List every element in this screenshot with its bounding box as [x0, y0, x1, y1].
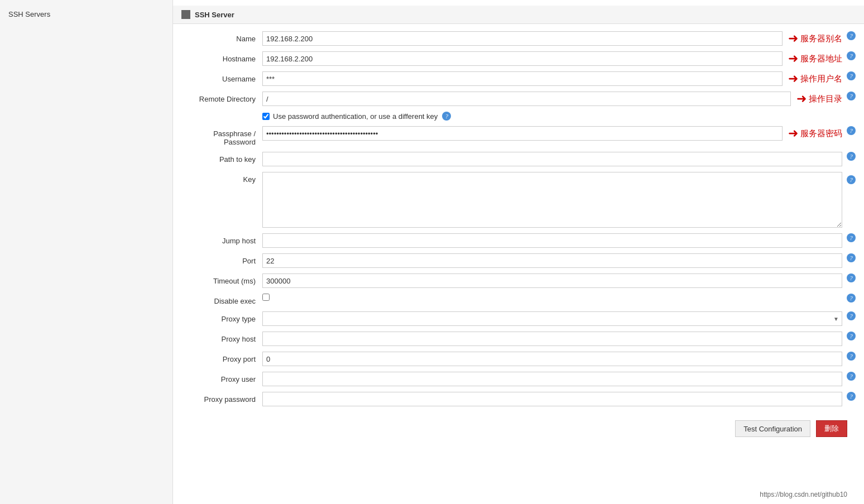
proxy-password-help-icon[interactable]: ? [847, 392, 856, 401]
disable-exec-help-icon[interactable]: ? [847, 294, 856, 303]
name-label: Name [181, 31, 262, 43]
proxy-type-select[interactable]: HTTP SOCKS4 SOCKS5 [262, 311, 842, 326]
hostname-label: Hostname [181, 51, 262, 63]
timeout-input[interactable] [262, 273, 842, 288]
test-config-button[interactable]: Test Configuration [735, 420, 810, 437]
port-field [262, 253, 842, 268]
hostname-input[interactable] [262, 51, 783, 66]
jump-host-row: Jump host ? [173, 231, 864, 251]
jump-host-input[interactable] [262, 233, 842, 248]
remote-dir-field [262, 92, 791, 106]
proxy-host-label: Proxy host [181, 332, 262, 343]
proxy-host-field [262, 332, 842, 346]
jump-host-label: Jump host [181, 233, 262, 245]
port-help-icon[interactable]: ? [847, 253, 856, 262]
hostname-arrow: ➜ [788, 51, 798, 66]
footer-buttons: Test Configuration 删除 [173, 415, 864, 443]
timeout-field [262, 273, 842, 288]
path-to-key-label: Path to key [181, 152, 262, 164]
proxy-user-label: Proxy user [181, 372, 262, 383]
timeout-label: Timeout (ms) [181, 273, 262, 285]
hostname-annotation: 服务器地址 [800, 54, 842, 64]
hostname-field-container: ➜ 服务器地址 [262, 51, 842, 66]
use-password-help-icon[interactable]: ? [442, 112, 451, 121]
passphrase-field [262, 126, 783, 141]
proxy-type-field: HTTP SOCKS4 SOCKS5 ▼ [262, 311, 842, 326]
use-password-checkbox[interactable] [262, 113, 270, 120]
username-input[interactable] [262, 71, 783, 86]
name-arrow: ➜ [788, 31, 798, 46]
disable-exec-row: Disable exec ? [173, 291, 864, 309]
proxy-port-help-icon[interactable]: ? [847, 352, 856, 361]
key-help-icon[interactable]: ? [847, 175, 856, 184]
proxy-user-help-icon[interactable]: ? [847, 372, 856, 381]
hostname-help-icon[interactable]: ? [847, 51, 856, 60]
name-row: Name ➜ 服务器别名 ? [173, 28, 864, 49]
key-row: Key ? [173, 169, 864, 231]
remote-dir-field-container: ➜ 操作目录 [262, 92, 842, 106]
proxy-type-help-icon[interactable]: ? [847, 311, 856, 320]
proxy-host-help-icon[interactable]: ? [847, 332, 856, 340]
passphrase-help-icon[interactable]: ? [847, 126, 856, 135]
username-annotation: 操作用户名 [800, 74, 842, 84]
proxy-port-row: Proxy port ? [173, 349, 864, 369]
proxy-host-row: Proxy host ? [173, 329, 864, 349]
disable-exec-label: Disable exec [181, 294, 262, 305]
timeout-row: Timeout (ms) ? [173, 271, 864, 291]
username-annotation-container: ➜ 操作用户名 [788, 71, 842, 86]
proxy-user-input[interactable] [262, 372, 842, 386]
passphrase-annotation: 服务器密码 [800, 128, 842, 139]
remote-dir-annotation-container: ➜ 操作目录 [796, 92, 842, 106]
path-to-key-row: Path to key ? [173, 149, 864, 169]
name-annotation: 服务器别名 [800, 33, 842, 44]
name-help-icon[interactable]: ? [847, 31, 856, 40]
username-field [262, 71, 783, 86]
main-content: SSH Server Name ➜ 服务器别名 ? Hostname [173, 0, 864, 504]
proxy-user-row: Proxy user ? [173, 369, 864, 389]
passphrase-row: Passphrase / Password ➜ 服务器密码 ? [173, 123, 864, 149]
path-to-key-field [262, 152, 842, 166]
hostname-field [262, 51, 783, 66]
passphrase-field-container: ➜ 服务器密码 [262, 126, 842, 141]
name-input[interactable] [262, 31, 783, 46]
disable-exec-checkbox[interactable] [262, 294, 270, 301]
remote-dir-arrow: ➜ [796, 92, 807, 106]
path-to-key-help-icon[interactable]: ? [847, 152, 856, 161]
remote-dir-help-icon[interactable]: ? [847, 92, 856, 100]
jump-host-help-icon[interactable]: ? [847, 233, 856, 242]
jump-host-field [262, 233, 842, 248]
username-label: Username [181, 71, 262, 83]
passphrase-arrow: ➜ [788, 126, 798, 141]
key-textarea[interactable] [262, 172, 842, 228]
url-bar: https://blog.csdn.net/github10 [760, 491, 847, 498]
remote-dir-input[interactable] [262, 92, 791, 106]
timeout-help-icon[interactable]: ? [847, 273, 856, 282]
proxy-password-label: Proxy password [181, 392, 262, 404]
proxy-type-row: Proxy type HTTP SOCKS4 SOCKS5 ▼ ? [173, 309, 864, 329]
proxy-password-input[interactable] [262, 392, 842, 406]
delete-button[interactable]: 删除 [816, 420, 847, 437]
passphrase-input[interactable] [262, 126, 783, 141]
path-to-key-input[interactable] [262, 152, 842, 166]
use-password-row: Use password authentication, or use a di… [173, 109, 864, 123]
port-input[interactable] [262, 253, 842, 268]
sidebar-title: SSH Servers [0, 6, 172, 23]
remote-dir-label: Remote Directory [181, 92, 262, 103]
section-title: SSH Server [195, 11, 234, 19]
name-field [262, 31, 783, 46]
proxy-host-input[interactable] [262, 332, 842, 346]
passphrase-label: Passphrase / Password [181, 126, 262, 146]
proxy-port-label: Proxy port [181, 352, 262, 363]
username-help-icon[interactable]: ? [847, 71, 856, 80]
sidebar: SSH Servers [0, 0, 173, 504]
proxy-port-input[interactable] [262, 352, 842, 366]
key-label: Key [181, 172, 262, 184]
proxy-port-field [262, 352, 842, 366]
proxy-type-label: Proxy type [181, 311, 262, 323]
name-annotation-container: ➜ 服务器别名 [788, 31, 842, 46]
hostname-annotation-container: ➜ 服务器地址 [788, 51, 842, 66]
hostname-row: Hostname ➜ 服务器地址 ? [173, 49, 864, 69]
port-label: Port [181, 253, 262, 265]
remote-dir-annotation: 操作目录 [809, 94, 842, 104]
remote-dir-row: Remote Directory ➜ 操作目录 ? [173, 89, 864, 109]
